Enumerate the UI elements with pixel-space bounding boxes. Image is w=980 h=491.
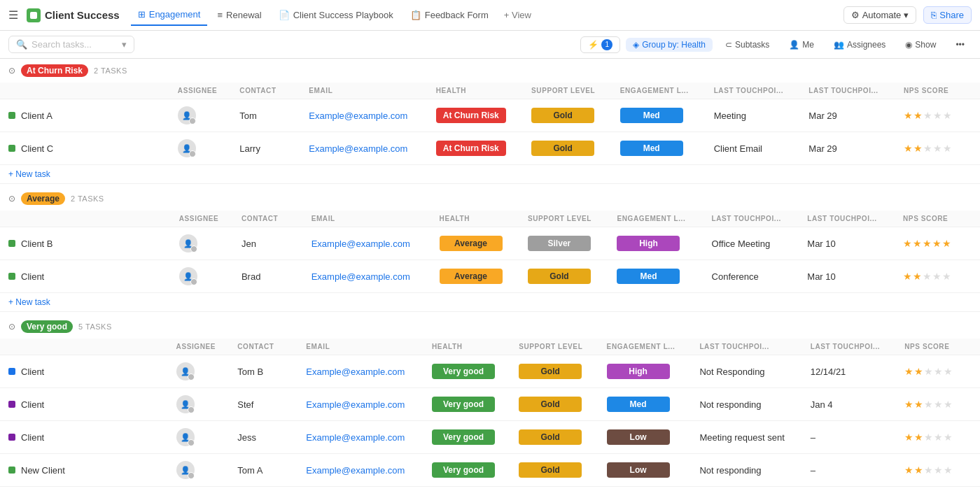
task-title[interactable]: Client	[21, 399, 44, 410]
task-dot	[8, 434, 15, 441]
tab-feedback[interactable]: 📋 Feedback Form	[403, 5, 496, 26]
group-churn-header: ⊙ At Churn Risk 2 TASKS	[0, 59, 980, 83]
col-header-email: EMAIL	[298, 339, 424, 355]
avatar: 👤	[179, 267, 197, 285]
task-title[interactable]: Client	[21, 271, 44, 282]
avatar-icon: 👤	[181, 433, 190, 442]
group-verygood-label: Very good	[21, 320, 73, 333]
star-2: ★	[913, 238, 922, 249]
group-churn-toggle[interactable]: ⊙	[8, 66, 15, 76]
avatar: 👤	[178, 106, 196, 124]
table-row: Client 👤 Jess Example@example.com Very g…	[0, 421, 980, 454]
new-task-row[interactable]: + New task	[0, 165, 980, 184]
email-cell: Example@example.com	[312, 271, 410, 282]
star-5: ★	[943, 143, 952, 154]
subtasks-icon: ⊂	[725, 40, 732, 50]
task-title[interactable]: Client C	[21, 143, 53, 154]
star-1: ★	[904, 110, 913, 121]
logo-icon	[27, 8, 41, 22]
star-4: ★	[932, 271, 941, 282]
share-button[interactable]: ⎘ Share	[923, 6, 972, 24]
star-1: ★	[904, 464, 913, 476]
star-3: ★	[924, 432, 933, 443]
email-cell: Example@example.com	[306, 399, 405, 410]
support-badge: Gold	[519, 462, 582, 478]
touchpoint-cell: Meeting	[706, 99, 801, 132]
task-title[interactable]: Client B	[21, 239, 53, 249]
task-dot	[8, 467, 15, 474]
task-title[interactable]: Client	[21, 367, 44, 377]
star-2: ★	[914, 399, 923, 410]
filter-icon: ⚡	[588, 40, 598, 50]
star-2: ★	[913, 143, 923, 154]
health-badge: At Churn Risk	[436, 141, 506, 156]
subtasks-button[interactable]: ⊂ Subtasks	[718, 38, 776, 52]
task-dot	[8, 112, 15, 119]
contact-cell: Jessica B	[229, 487, 298, 492]
star-5: ★	[942, 238, 951, 249]
add-view-label: + View	[504, 10, 531, 20]
support-badge: Gold	[519, 364, 582, 379]
automate-button[interactable]: ⚙ Automate ▾	[844, 6, 917, 24]
support-badge: Gold	[519, 397, 582, 412]
search-chevron: ▾	[122, 39, 127, 50]
support-badge: Gold	[528, 269, 591, 284]
add-view-button[interactable]: + View	[498, 7, 537, 23]
group-average-toggle[interactable]: ⊙	[8, 194, 15, 204]
task-title[interactable]: Client A	[21, 111, 52, 121]
group-churn: ⊙ At Churn Risk 2 TASKS ASSIGNEE CONTACT…	[0, 59, 980, 184]
col-header-touchpoint: LAST TOUCHPOI...	[704, 211, 799, 227]
me-button[interactable]: 👤 Me	[782, 38, 821, 52]
touchdate-cell: Mar 10	[799, 227, 895, 260]
task-title[interactable]: Client	[21, 432, 44, 443]
assignees-button[interactable]: 👥 Assignees	[827, 38, 892, 52]
star-3: ★	[924, 366, 933, 377]
show-label: Show	[915, 40, 936, 50]
col-header-contact: CONTACT	[231, 83, 300, 99]
task-dot	[8, 368, 15, 375]
email-cell: Example@example.com	[306, 367, 405, 377]
health-badge: Very good	[432, 364, 495, 379]
group-verygood-toggle[interactable]: ⊙	[8, 322, 15, 332]
engagement-icon: ⊞	[138, 9, 146, 20]
logo-text: Client Success	[45, 9, 120, 21]
star-4: ★	[933, 110, 942, 121]
col-header-contact: CONTACT	[233, 211, 303, 227]
group-verygood: ⊙ Very good 5 TASKS ASSIGNEE CONTACT EMA…	[0, 315, 980, 491]
new-task-label[interactable]: + New task	[8, 169, 50, 179]
col-header-touchdate: LAST TOUCHPOI...	[799, 211, 895, 227]
email-cell: Example@example.com	[306, 465, 405, 476]
engagement-label: Engagement	[149, 9, 201, 20]
task-dot	[8, 145, 15, 152]
automate-label: Automate	[862, 10, 902, 20]
playbook-label: Client Success Playbook	[293, 10, 393, 20]
task-name: Client	[8, 432, 160, 443]
avatar-icon: 👤	[181, 367, 190, 376]
show-button[interactable]: ◉ Show	[898, 38, 943, 52]
filter-button[interactable]: ⚡ 1	[580, 36, 620, 53]
automate-chevron: ▾	[904, 10, 909, 20]
tab-renewal[interactable]: ≡ Renewal	[210, 5, 268, 26]
new-task-row[interactable]: + New task	[0, 293, 980, 312]
star-4: ★	[933, 143, 942, 154]
health-badge: Very good	[432, 397, 495, 412]
hamburger-icon[interactable]: ☰	[8, 8, 18, 22]
engagement-badge: High	[607, 364, 670, 379]
tab-playbook[interactable]: 📄 Client Success Playbook	[272, 5, 400, 26]
more-button[interactable]: •••	[948, 38, 972, 52]
tab-engagement[interactable]: ⊞ Engagement	[131, 5, 208, 26]
engagement-badge: Med	[617, 269, 680, 284]
health-badge: Very good	[432, 462, 495, 478]
average-table: ASSIGNEE CONTACT EMAIL HEALTH SUPPORT LE…	[0, 211, 980, 312]
engagement-badge: Med	[607, 397, 670, 412]
automate-icon: ⚙	[851, 10, 860, 20]
task-title[interactable]: New Client	[21, 465, 65, 476]
group-by-button[interactable]: ◈ Group by: Health	[626, 38, 713, 52]
new-task-label[interactable]: + New task	[8, 297, 50, 307]
health-badge: Average	[440, 236, 503, 251]
contact-cell: Jen	[233, 227, 303, 260]
star-1: ★	[904, 399, 913, 410]
col-header-touchpoint: LAST TOUCHPOI...	[706, 83, 801, 99]
group-average: ⊙ Average 2 TASKS ASSIGNEE CONTACT EMAIL…	[0, 187, 980, 312]
search-box[interactable]: 🔍 Search tasks... ▾	[8, 36, 134, 53]
